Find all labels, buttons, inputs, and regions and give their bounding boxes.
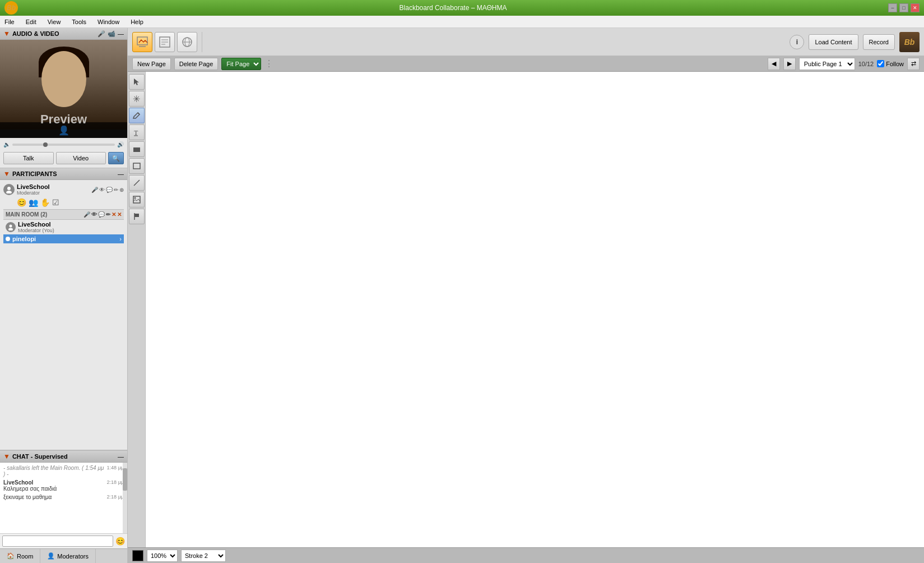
bb-logo: Bb bbox=[899, 32, 920, 52]
close-button[interactable]: ✕ bbox=[911, 3, 920, 12]
next-page-button[interactable]: ▶ bbox=[783, 58, 796, 70]
svg-rect-17 bbox=[133, 163, 140, 169]
chat-text-1: Καλημερα σας παιδιά bbox=[3, 486, 124, 492]
picon-hand[interactable]: ✏ bbox=[114, 187, 118, 193]
tool-rect[interactable] bbox=[129, 158, 145, 174]
paction-person[interactable]: 👥 bbox=[29, 198, 38, 207]
load-content-button[interactable]: Load Content bbox=[809, 34, 858, 50]
svg-line-13 bbox=[138, 113, 140, 114]
chat-emoji-button[interactable]: 😊 bbox=[115, 537, 125, 546]
preview-label: Preview bbox=[40, 112, 87, 127]
svg-point-1 bbox=[6, 191, 12, 193]
pinelopi-info: pinelopi bbox=[12, 236, 117, 242]
menu-tools[interactable]: Tools bbox=[69, 17, 89, 26]
participants-minimize[interactable]: — bbox=[118, 170, 124, 177]
room-eye[interactable]: 👁 bbox=[91, 211, 97, 218]
bottom-tabs: 🏠 Room 👤 Moderators bbox=[0, 548, 127, 563]
follow-checkbox[interactable]: Follow bbox=[877, 60, 904, 67]
tool-flag[interactable] bbox=[129, 209, 145, 224]
new-page-button[interactable]: New Page bbox=[132, 58, 171, 70]
audio-slider[interactable] bbox=[12, 144, 115, 146]
svg-point-3 bbox=[8, 228, 13, 231]
toolbar-whiteboard-btn[interactable] bbox=[132, 32, 152, 52]
info-button[interactable]: i bbox=[790, 35, 804, 49]
tab-room[interactable]: 🏠 Room bbox=[0, 549, 40, 563]
tool-filled-rect[interactable] bbox=[129, 141, 145, 157]
picon-cam[interactable]: 👁 bbox=[99, 187, 105, 193]
paction-hand2[interactable]: ✋ bbox=[40, 198, 50, 207]
page-name-select[interactable]: Public Page 1 bbox=[799, 58, 855, 70]
paction-smile[interactable]: 😊 bbox=[17, 198, 26, 207]
room-chat[interactable]: 💬 bbox=[98, 211, 105, 218]
right-area: i Load Content Record Bb New Page Delete… bbox=[128, 28, 924, 563]
paction-check[interactable]: ☑ bbox=[52, 198, 59, 207]
pinelopi-name: pinelopi bbox=[12, 236, 117, 242]
audio-slider-row: 🔈 🔊 bbox=[3, 140, 124, 149]
tool-asterisk[interactable]: ✳ bbox=[129, 91, 145, 107]
tool-line[interactable] bbox=[129, 175, 145, 191]
tool-text[interactable]: T bbox=[129, 124, 145, 140]
prev-page-button[interactable]: ◀ bbox=[768, 58, 780, 70]
room-icon: 🏠 bbox=[7, 552, 15, 560]
follow-check[interactable] bbox=[877, 60, 884, 67]
fit-page-select[interactable]: Fit Page bbox=[221, 58, 261, 70]
menu-file[interactable]: File bbox=[2, 17, 17, 26]
video-face-oval bbox=[41, 51, 86, 107]
toolbar-globe-btn[interactable] bbox=[177, 32, 197, 52]
chat-minimize[interactable]: — bbox=[118, 453, 124, 460]
window-controls: – □ ✕ bbox=[888, 3, 920, 12]
participant-pinelopi[interactable]: pinelopi › bbox=[3, 234, 124, 243]
sync-button[interactable]: ⇄ bbox=[907, 58, 920, 70]
delete-page-button[interactable]: Delete Page bbox=[174, 58, 219, 70]
menu-help[interactable]: Help bbox=[128, 17, 146, 26]
liveschool-you-avatar bbox=[6, 222, 16, 232]
video-preview: Preview 👤 bbox=[0, 40, 127, 138]
chat-text-2: ξεκιναμε το μαθημα bbox=[3, 494, 124, 500]
maximize-button[interactable]: □ bbox=[899, 3, 908, 12]
chat-header: ▼ CHAT - Supervised — bbox=[0, 451, 127, 463]
participant-liveschool-you[interactable]: LiveSchool Moderator (You) bbox=[3, 220, 124, 234]
stroke-select[interactable]: Stroke 2 bbox=[181, 550, 226, 562]
liveschool-you-name: LiveSchool bbox=[18, 221, 122, 228]
av-search-button[interactable]: 🔍 bbox=[108, 152, 124, 164]
color-swatch[interactable] bbox=[132, 550, 143, 561]
tools-panel: ✳ T bbox=[128, 72, 146, 547]
svg-point-0 bbox=[7, 187, 11, 190]
record-button[interactable]: Record bbox=[863, 34, 895, 50]
page-separator: ⋮ bbox=[264, 58, 273, 69]
chat-time-1: 1:48 μμ bbox=[107, 465, 124, 470]
menu-edit[interactable]: Edit bbox=[24, 17, 39, 26]
chat-scrollbar[interactable] bbox=[123, 463, 127, 533]
chat-input[interactable] bbox=[2, 536, 113, 547]
opacity-select[interactable]: 100% bbox=[147, 550, 178, 562]
tool-pencil[interactable] bbox=[129, 108, 145, 123]
main-room-icons: 🎤 👁 💬 ✏ ✕ ✕ bbox=[83, 211, 122, 218]
moderators-tab-label: Moderators bbox=[57, 553, 89, 560]
av-minimize[interactable]: — bbox=[118, 30, 124, 37]
moderators-icon: 👤 bbox=[47, 552, 55, 560]
svg-rect-16 bbox=[133, 147, 140, 152]
menu-view[interactable]: View bbox=[45, 17, 63, 26]
av-icon-1[interactable]: 🎤 bbox=[97, 30, 105, 38]
tool-image[interactable] bbox=[129, 192, 145, 207]
room-x1[interactable]: ✕ bbox=[112, 211, 116, 218]
room-edit[interactable]: ✏ bbox=[106, 211, 110, 218]
room-mic[interactable]: 🎤 bbox=[83, 211, 90, 218]
room-x2[interactable]: ✕ bbox=[117, 211, 122, 218]
chat-msg-2: 2:18 μμ ξεκιναμε το μαθημα bbox=[3, 494, 124, 500]
picon-mic[interactable]: 🎤 bbox=[91, 187, 98, 193]
liveschool-avatar bbox=[3, 184, 15, 195]
whiteboard[interactable] bbox=[146, 72, 924, 547]
talk-button[interactable]: Talk bbox=[3, 152, 54, 164]
picon-more[interactable]: ⊕ bbox=[119, 187, 124, 193]
video-button[interactable]: Video bbox=[56, 152, 106, 164]
picon-chat[interactable]: 💬 bbox=[106, 187, 113, 193]
tab-moderators[interactable]: 👤 Moderators bbox=[40, 549, 96, 563]
minimize-button[interactable]: – bbox=[888, 3, 897, 12]
tool-pointer[interactable] bbox=[129, 74, 145, 90]
pinelopi-dot bbox=[6, 237, 10, 241]
svg-line-18 bbox=[134, 180, 140, 186]
toolbar-content-btn[interactable] bbox=[155, 32, 175, 52]
av-icon-2[interactable]: 📹 bbox=[108, 30, 115, 38]
menu-window[interactable]: Window bbox=[95, 17, 122, 26]
